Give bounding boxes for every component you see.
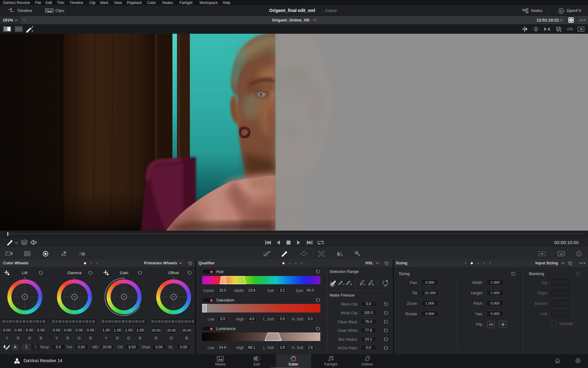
svg-text:fx: fx [560, 10, 563, 13]
svg-text:3D: 3D [559, 252, 563, 256]
